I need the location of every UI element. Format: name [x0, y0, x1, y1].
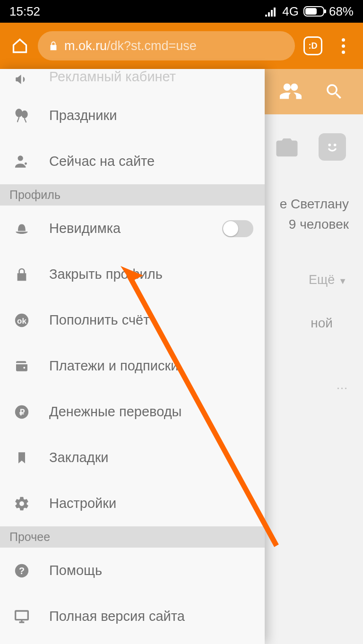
section-profile: Профиль — [0, 184, 265, 206]
url-text: m.ok.ru/dk?st.cmd=use — [64, 39, 197, 53]
sidebar-item-label: Закрыть профиль — [49, 266, 163, 282]
tabs-face: :D — [309, 41, 318, 51]
sidebar-item-label: Помощь — [49, 563, 102, 578]
sidebar-item-label: Рекламный кабинет — [49, 69, 176, 85]
invisible-toggle[interactable] — [222, 220, 253, 237]
signal-icon — [265, 6, 277, 17]
sidebar-item-label: Сейчас на сайте — [49, 154, 155, 169]
svg-point-3 — [21, 110, 28, 118]
sidebar-item-label: Невидимка — [49, 221, 121, 236]
search-icon[interactable] — [324, 82, 344, 102]
svg-text:₽: ₽ — [19, 407, 25, 417]
tabs-button[interactable]: :D — [301, 34, 325, 58]
sidebar-item-label: Пополнить счёт — [49, 312, 149, 328]
wallet-icon — [14, 359, 30, 374]
friends-icon[interactable] — [280, 81, 302, 103]
status-right: 4G 68% — [265, 4, 354, 19]
svg-point-5 — [24, 162, 27, 165]
svg-text:?: ? — [19, 566, 25, 576]
camera-icon[interactable] — [273, 133, 301, 161]
bookmark-icon — [15, 450, 28, 466]
browser-menu-button[interactable] — [331, 34, 355, 58]
sidebar-item-online[interactable]: Сейчас на сайте — [0, 138, 265, 184]
svg-point-4 — [18, 155, 23, 161]
network-label: 4G — [282, 4, 299, 19]
sidebar-item-transfers[interactable]: ₽ Денежные переводы — [0, 389, 265, 435]
more-dots[interactable]: ⋮ — [336, 383, 349, 394]
sidebar-item-invisible[interactable]: Невидимка — [0, 206, 265, 251]
help-icon: ? — [14, 563, 30, 579]
sidebar-item-holidays[interactable]: Праздники — [0, 93, 265, 138]
sidebar-item-settings[interactable]: Настройки — [0, 481, 265, 526]
svg-rect-12 — [16, 611, 28, 620]
hat-icon — [13, 220, 31, 238]
lock-icon — [48, 40, 59, 52]
ok-coin-icon: ok — [14, 312, 30, 328]
megaphone-icon — [14, 71, 30, 87]
sidebar-item-label: Праздники — [49, 108, 117, 123]
nav-drawer: Рекламный кабинет Праздники Сейчас на са… — [0, 69, 265, 644]
gear-icon — [14, 496, 30, 512]
sidebar-item-bookmarks[interactable]: Закладки — [0, 435, 265, 481]
sidebar-item-help[interactable]: ? Помощь — [0, 548, 265, 593]
sidebar-item-label: Платежи и подписки — [49, 358, 178, 374]
status-time: 15:52 — [9, 4, 40, 19]
battery-icon — [303, 6, 324, 17]
sidebar-item-label: Закладки — [49, 450, 109, 465]
battery-pct: 68% — [329, 4, 354, 19]
sidebar-item-desktop[interactable]: Полная версия сайта — [0, 593, 265, 639]
sidebar-item-exit[interactable]: Выход — [0, 639, 265, 644]
monitor-icon — [13, 609, 30, 624]
sidebar-item-topup[interactable]: ok Пополнить счёт — [0, 297, 265, 343]
svg-point-1 — [334, 144, 337, 146]
sidebar-item-ads[interactable]: Рекламный кабинет — [0, 69, 265, 93]
svg-point-2 — [16, 109, 23, 117]
ruble-icon: ₽ — [14, 404, 30, 420]
sidebar-item-payments[interactable]: Платежи и подписки — [0, 343, 265, 389]
person-online-icon — [14, 154, 30, 170]
section-other: Прочее — [0, 526, 265, 548]
balloons-icon — [13, 107, 30, 124]
sidebar-item-label: Денежные переводы — [49, 404, 182, 420]
svg-text:ok: ok — [17, 317, 26, 326]
sidebar-item-close-profile[interactable]: Закрыть профиль — [0, 251, 265, 297]
sidebar-item-label: Настройки — [49, 496, 116, 511]
browser-chrome: m.ok.ru/dk?st.cmd=use :D — [0, 23, 363, 69]
smiley-icon[interactable] — [319, 133, 346, 161]
home-button[interactable] — [8, 34, 32, 58]
url-bar[interactable]: m.ok.ru/dk?st.cmd=use — [38, 31, 295, 60]
lock-icon — [14, 266, 29, 283]
svg-point-0 — [328, 144, 331, 146]
status-bar: 15:52 4G 68% — [0, 0, 363, 23]
sidebar-item-label: Полная версия сайта — [49, 609, 185, 624]
